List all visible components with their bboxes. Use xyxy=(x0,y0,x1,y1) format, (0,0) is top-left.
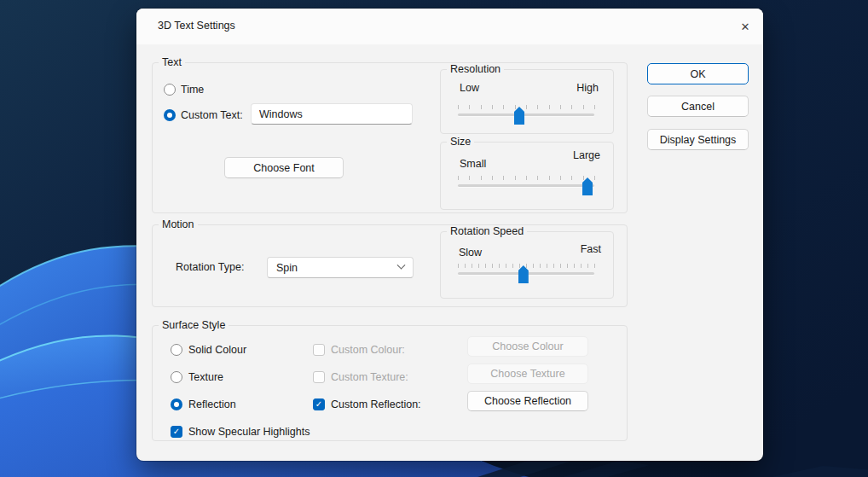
solid-colour-radio[interactable] xyxy=(171,344,182,356)
resolution-slider[interactable] xyxy=(458,102,594,126)
rotation-speed-slider[interactable] xyxy=(458,261,594,285)
resolution-slider-thumb[interactable] xyxy=(514,107,524,125)
ok-label: OK xyxy=(690,68,705,80)
custom-text-radio-label[interactable]: Custom Text: xyxy=(181,109,243,121)
custom-texture-checkbox[interactable]: ✓ xyxy=(313,371,325,383)
size-group: Size Small Large xyxy=(440,142,614,210)
custom-text-radio[interactable] xyxy=(164,109,176,121)
resolution-slider-ticks xyxy=(458,105,595,109)
resolution-min-label: Low xyxy=(460,82,479,94)
text-group-label: Text xyxy=(159,56,185,68)
show-specular-highlights-checkbox[interactable]: ✓ xyxy=(171,426,182,438)
cancel-label: Cancel xyxy=(681,101,715,113)
custom-colour-checkbox[interactable]: ✓ xyxy=(313,344,325,356)
chevron-down-icon xyxy=(397,261,406,270)
size-slider[interactable] xyxy=(458,173,594,197)
rotation-type-value: Spin xyxy=(276,262,398,274)
close-button[interactable]: ✕ xyxy=(735,17,755,36)
rotation-speed-max-label: Fast xyxy=(581,243,601,255)
resolution-group: Resolution Low High xyxy=(440,69,614,134)
reflection-radio-label[interactable]: Reflection xyxy=(188,398,236,410)
rotation-speed-slider-ticks xyxy=(458,264,595,268)
rotation-speed-group-label: Rotation Speed xyxy=(447,225,527,237)
desktop: 3D Text Settings ✕ Text Time Custom Text… xyxy=(0,0,868,477)
rotation-speed-slider-thumb[interactable] xyxy=(518,265,529,283)
texture-radio-label[interactable]: Texture xyxy=(188,371,223,383)
custom-text-input[interactable] xyxy=(251,103,413,125)
size-slider-track[interactable] xyxy=(458,184,594,187)
solid-colour-radio-label[interactable]: Solid Colour xyxy=(188,344,246,356)
custom-reflection-label[interactable]: Custom Reflection: xyxy=(331,398,421,410)
close-icon: ✕ xyxy=(741,20,750,33)
resolution-max-label: High xyxy=(576,82,599,94)
size-min-label: Small xyxy=(460,158,486,170)
choose-texture-label: Choose Texture xyxy=(490,368,564,380)
texture-radio[interactable] xyxy=(171,371,182,383)
surface-style-group-label: Surface Style xyxy=(159,319,229,331)
motion-group-label: Motion xyxy=(159,218,198,230)
size-max-label: Large xyxy=(573,149,600,161)
custom-colour-label[interactable]: Custom Colour: xyxy=(331,344,405,356)
rotation-type-dropdown[interactable]: Spin xyxy=(267,257,414,278)
rotation-type-label: Rotation Type: xyxy=(176,261,244,273)
rotation-speed-group: Rotation Speed Slow Fast xyxy=(440,231,614,299)
choose-font-label: Choose Font xyxy=(253,162,315,174)
choose-texture-button[interactable]: Choose Texture xyxy=(467,364,588,384)
choose-colour-label: Choose Colour xyxy=(492,340,563,352)
window-title: 3D Text Settings xyxy=(158,20,235,32)
cancel-button[interactable]: Cancel xyxy=(647,96,749,117)
resolution-group-label: Resolution xyxy=(447,63,504,75)
check-icon: ✓ xyxy=(315,400,322,409)
3d-text-settings-dialog: 3D Text Settings ✕ Text Time Custom Text… xyxy=(136,9,763,461)
custom-texture-label[interactable]: Custom Texture: xyxy=(331,371,408,383)
display-settings-label: Display Settings xyxy=(660,134,737,146)
size-slider-ticks xyxy=(458,176,595,180)
reflection-radio[interactable] xyxy=(171,398,182,410)
size-slider-thumb[interactable] xyxy=(582,177,593,195)
choose-reflection-button[interactable]: Choose Reflection xyxy=(467,391,588,411)
time-radio-label[interactable]: Time xyxy=(181,84,204,96)
choose-font-button[interactable]: Choose Font xyxy=(224,157,344,178)
check-icon: ✓ xyxy=(173,428,180,436)
rotation-speed-min-label: Slow xyxy=(459,247,482,259)
ok-button[interactable]: OK xyxy=(647,63,749,84)
choose-colour-button[interactable]: Choose Colour xyxy=(467,336,588,357)
time-radio[interactable] xyxy=(164,84,176,96)
surface-style-group: Surface Style Solid Colour Texture Refle… xyxy=(152,325,628,441)
choose-reflection-label: Choose Reflection xyxy=(484,395,571,407)
size-group-label: Size xyxy=(447,136,474,148)
show-specular-highlights-label[interactable]: Show Specular Highlights xyxy=(188,426,310,438)
display-settings-button[interactable]: Display Settings xyxy=(647,129,749,150)
custom-reflection-checkbox[interactable]: ✓ xyxy=(313,398,325,410)
resolution-slider-track[interactable] xyxy=(458,113,594,116)
